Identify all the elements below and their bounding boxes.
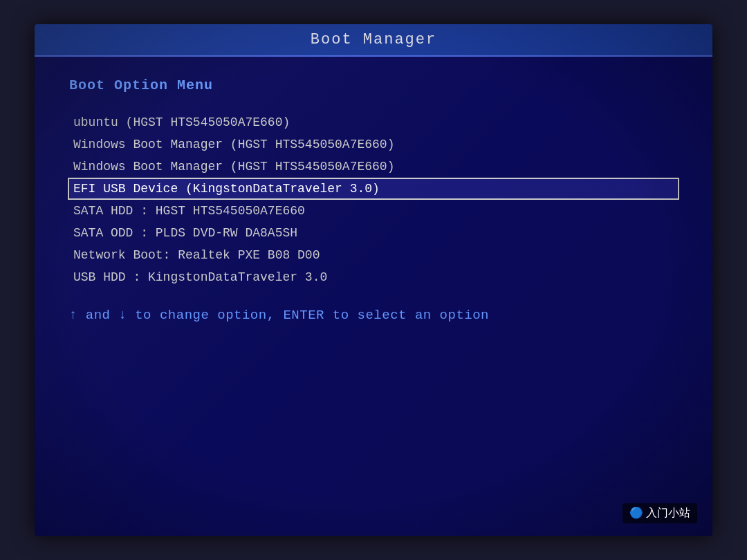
bios-photo-frame: Boot Manager Boot Option Menu ubuntu (HG… <box>35 24 712 536</box>
boot-options-list: ubuntu (HGST HTS545050A7E660)Windows Boo… <box>69 113 678 287</box>
boot-option-network-boot[interactable]: Network Boot: Realtek PXE B08 D00 <box>69 245 678 265</box>
title-text: Boot Manager <box>311 31 436 48</box>
hint-text: ↑ and ↓ to change option, ENTER to selec… <box>69 308 678 323</box>
boot-option-efi-usb[interactable]: EFI USB Device (KingstonDataTraveler 3.0… <box>69 179 678 198</box>
watermark-text: 🔵 入门小站 <box>629 507 690 519</box>
boot-option-sata-hdd[interactable]: SATA HDD : HGST HTS545050A7E660 <box>69 201 678 221</box>
boot-option-windows2[interactable]: Windows Boot Manager (HGST HTS545050A7E6… <box>69 157 678 176</box>
bios-content: Boot Option Menu ubuntu (HGST HTS545050A… <box>35 57 712 530</box>
boot-option-ubuntu[interactable]: ubuntu (HGST HTS545050A7E660) <box>69 113 678 132</box>
title-bar: Boot Manager <box>35 24 712 57</box>
bios-screen: Boot Manager Boot Option Menu ubuntu (HG… <box>35 24 712 536</box>
watermark: 🔵 入门小站 <box>622 503 697 523</box>
section-title: Boot Option Menu <box>69 77 678 93</box>
boot-option-sata-odd[interactable]: SATA ODD : PLDS DVD-RW DA8A5SH <box>69 223 678 243</box>
boot-option-windows1[interactable]: Windows Boot Manager (HGST HTS545050A7E6… <box>69 135 678 154</box>
boot-option-usb-hdd[interactable]: USB HDD : KingstonDataTraveler 3.0 <box>69 268 678 287</box>
